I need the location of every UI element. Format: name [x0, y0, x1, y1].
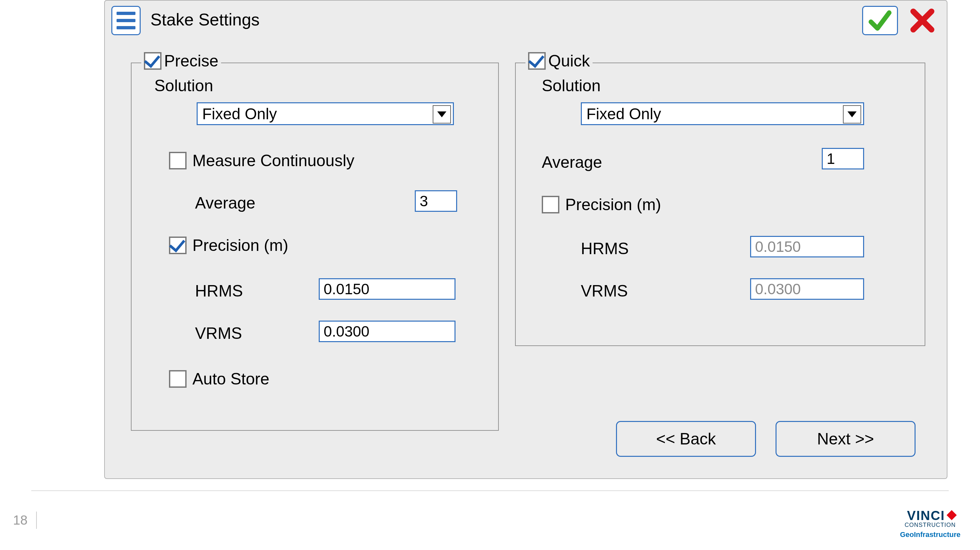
measure-continuously-label: Measure Continuously — [192, 151, 355, 170]
auto-store-label: Auto Store — [192, 370, 269, 388]
quick-legend-label: Quick — [548, 51, 590, 70]
quick-average-value: 1 — [827, 150, 835, 167]
quick-solution-select[interactable]: Fixed Only — [581, 102, 864, 125]
quick-vrms-input[interactable]: 0.0300 — [750, 278, 864, 300]
precise-enable-checkbox[interactable] — [144, 52, 161, 70]
precise-vrms-input[interactable]: 0.0300 — [319, 320, 455, 342]
precise-precision-checkbox[interactable] — [169, 236, 186, 254]
quick-group: Quick Solution Fixed Only Average 1 Prec… — [515, 62, 925, 346]
quick-enable-checkbox[interactable] — [528, 52, 546, 70]
brand-sub1: CONSTRUCTION — [900, 522, 961, 529]
precise-vrms-label: VRMS — [195, 324, 242, 343]
confirm-button[interactable] — [862, 6, 898, 35]
back-button-label: << Back — [656, 429, 716, 448]
auto-store-checkbox[interactable] — [169, 370, 186, 388]
measure-continuously-checkbox[interactable] — [169, 152, 186, 169]
precise-solution-label: Solution — [154, 76, 213, 95]
brand-logo: VINCI CONSTRUCTION GeoInfrastructure — [900, 508, 961, 539]
dialog-titlebar: Stake Settings — [105, 1, 947, 40]
precise-legend-label: Precise — [164, 51, 218, 70]
quick-average-label: Average — [542, 153, 602, 172]
hamburger-icon — [116, 12, 135, 15]
menu-button[interactable] — [111, 6, 141, 35]
brand-sub2: GeoInfrastructure — [900, 531, 961, 539]
footer-divider — [31, 490, 949, 491]
precise-legend: Precise — [141, 51, 221, 70]
precise-solution-select[interactable]: Fixed Only — [197, 102, 454, 125]
precise-hrms-label: HRMS — [195, 282, 243, 300]
next-button-label: Next >> — [817, 429, 874, 448]
chevron-down-icon — [843, 105, 861, 123]
brand-word: VINCI — [907, 508, 945, 523]
brand-icon — [947, 510, 957, 520]
next-button[interactable]: Next >> — [776, 421, 916, 457]
cancel-button[interactable] — [904, 6, 940, 35]
chevron-down-icon — [433, 105, 451, 123]
close-icon — [909, 8, 935, 33]
quick-solution-label: Solution — [542, 76, 601, 95]
hamburger-icon — [116, 26, 135, 29]
precise-hrms-input[interactable]: 0.0150 — [319, 278, 455, 300]
quick-hrms-value: 0.0150 — [755, 238, 801, 255]
quick-legend: Quick — [525, 51, 593, 70]
quick-precision-checkbox[interactable] — [542, 196, 559, 214]
check-icon — [867, 8, 893, 33]
quick-hrms-input[interactable]: 0.0150 — [750, 236, 864, 257]
quick-solution-value: Fixed Only — [586, 105, 661, 123]
precise-vrms-value: 0.0300 — [324, 322, 369, 340]
quick-precision-label: Precision (m) — [565, 195, 661, 214]
quick-vrms-value: 0.0300 — [755, 280, 801, 298]
quick-hrms-label: HRMS — [581, 239, 629, 258]
hamburger-icon — [116, 19, 135, 22]
precise-average-value: 3 — [420, 192, 428, 210]
back-button[interactable]: << Back — [616, 421, 756, 457]
precise-average-label: Average — [195, 193, 255, 212]
precise-average-input[interactable]: 3 — [415, 190, 457, 212]
stake-settings-dialog: Stake Settings Precise Solution — [104, 0, 947, 479]
quick-average-input[interactable]: 1 — [822, 148, 864, 169]
precise-solution-value: Fixed Only — [202, 105, 277, 123]
precise-group: Precise Solution Fixed Only Measure Cont… — [131, 62, 499, 431]
precise-hrms-value: 0.0150 — [324, 280, 369, 298]
quick-vrms-label: VRMS — [581, 282, 628, 300]
page-number: 18 — [13, 512, 37, 529]
precise-precision-label: Precision (m) — [192, 236, 288, 255]
dialog-title: Stake Settings — [150, 10, 259, 29]
